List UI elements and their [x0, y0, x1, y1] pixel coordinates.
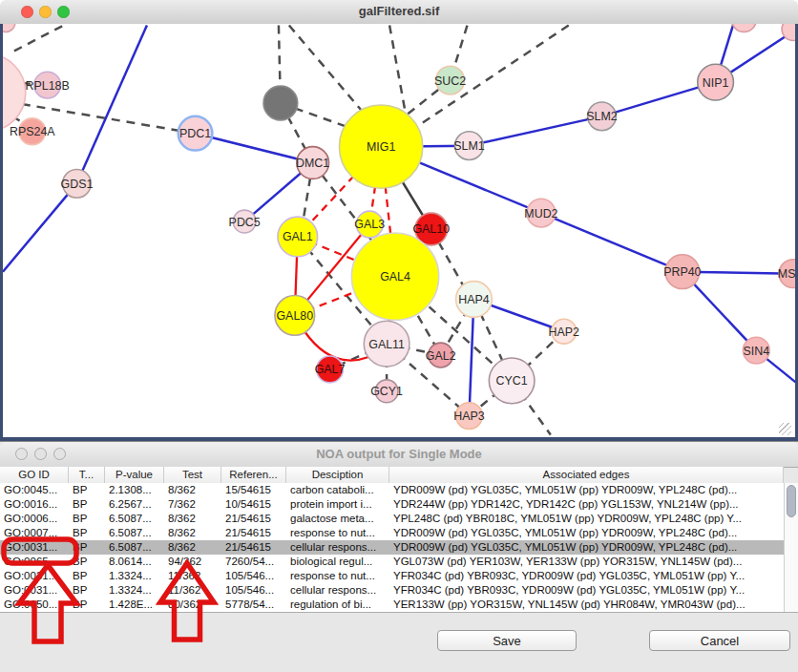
graph-window-titlebar[interactable]: galFiltered.sif: [0, 0, 798, 25]
table-cell[interactable]: 2.1308...: [105, 483, 164, 497]
table-cell[interactable]: BP: [69, 497, 105, 512]
table-cell[interactable]: BP: [69, 540, 105, 555]
table-cell[interactable]: 8/362: [164, 526, 221, 540]
table-cell[interactable]: cellular respons...: [286, 583, 389, 598]
graph-edge-blue[interactable]: [469, 116, 601, 146]
column-header-0[interactable]: GO ID: [0, 467, 69, 483]
graph-edge-blue[interactable]: [76, 26, 146, 184]
table-scrollbar[interactable]: [784, 483, 798, 612]
table-cell[interactable]: 1.3324...: [105, 583, 164, 598]
table-cell[interactable]: regulation of bi...: [286, 598, 389, 612]
table-cell[interactable]: YDR009W (pd) YGL035C, YML051W (pp) YDR00…: [389, 526, 784, 540]
column-header-5[interactable]: Desciption: [286, 467, 389, 483]
table-cell[interactable]: 94/362: [164, 555, 221, 569]
table-cell[interactable]: cellular respons...: [286, 540, 389, 555]
table-cell[interactable]: BP: [69, 583, 105, 598]
table-cell[interactable]: 1.428E...: [105, 598, 164, 612]
table-cell[interactable]: GO:0050...: [0, 598, 69, 612]
table-cell[interactable]: 8/362: [164, 483, 221, 497]
column-header-1[interactable]: T...: [69, 467, 105, 483]
graph-edge-dashed[interactable]: [389, 26, 405, 109]
table-cell[interactable]: YGL073W (pd) YER103W, YER133W (pp) YOR31…: [389, 555, 784, 569]
table-cell[interactable]: GO:0006...: [0, 512, 69, 526]
graph-edge-dashed[interactable]: [289, 26, 365, 115]
node-cut-top-mid[interactable]: [731, 24, 756, 32]
table-cell[interactable]: 80/362: [164, 598, 221, 612]
table-row-7[interactable]: GO:0031...BP1.3324...11/362105/546...cel…: [0, 583, 784, 598]
table-cell[interactable]: 8/362: [164, 540, 221, 555]
table-cell[interactable]: 21/54615: [221, 512, 286, 526]
node-cut-top-left[interactable]: [3, 24, 15, 32]
graph-edge-blue[interactable]: [3, 183, 76, 271]
column-header-3[interactable]: Test: [164, 467, 221, 483]
table-cell[interactable]: GO:0065...: [0, 555, 69, 569]
table-cell[interactable]: 8/362: [164, 512, 221, 526]
table-cell[interactable]: 105/546...: [221, 569, 286, 583]
table-cell[interactable]: YER133W (pp) YOR315W, YNL145W (pd) YHR08…: [389, 598, 784, 612]
column-header-6[interactable]: Associated edges: [389, 467, 784, 483]
graph-window-title: galFiltered.sif: [0, 4, 798, 18]
table-row-2[interactable]: GO:0006...BP6.5087...8/36221/54615galact…: [0, 512, 784, 526]
table-cell[interactable]: YFR034C (pd) YBR093C, YDR009W (pd) YGL03…: [389, 569, 784, 583]
table-cell[interactable]: 7260/54...: [221, 555, 286, 569]
table-cell[interactable]: YPL248C (pd) YBR018C, YML051W (pp) YDR00…: [389, 512, 784, 526]
table-cell[interactable]: 11/362: [164, 583, 221, 598]
table-cell[interactable]: 15/54615: [221, 483, 286, 497]
save-button[interactable]: Save: [437, 630, 577, 651]
table-cell[interactable]: GO:0016...: [0, 497, 69, 512]
table-cell[interactable]: 21/54615: [221, 540, 286, 555]
table-row-4[interactable]: GO:0031...BP6.5087...8/36221/54615cellul…: [0, 540, 784, 555]
network-canvas[interactable]: RPL18BRPS24AGDS1PDC1DMC1MIG1SUC2SLM1SLM2…: [0, 24, 798, 441]
table-cell[interactable]: 21/54615: [221, 526, 286, 540]
node-big-left[interactable]: [3, 53, 26, 131]
table-cell[interactable]: biological regul...: [286, 555, 389, 569]
table-cell[interactable]: GO:0031...: [0, 583, 69, 598]
table-cell[interactable]: protein import i...: [286, 497, 389, 512]
table-row-5[interactable]: GO:0065...BP8.0614...94/3627260/54...bio…: [0, 555, 784, 569]
table-cell[interactable]: 105/546...: [221, 583, 286, 598]
resize-grip-icon[interactable]: [779, 423, 791, 435]
graph-edge-blue[interactable]: [541, 213, 682, 272]
table-cell[interactable]: galactose meta...: [286, 512, 389, 526]
table-cell[interactable]: YDR009W (pd) YGL035C, YML051W (pp) YDR00…: [389, 540, 784, 555]
table-cell[interactable]: YDR009W (pd) YGL035C, YML051W (pp) YDR00…: [389, 483, 784, 497]
table-cell[interactable]: GO:0007...: [0, 526, 69, 540]
noa-window-titlebar[interactable]: NOA output for Single Mode: [0, 442, 798, 468]
cancel-button[interactable]: Cancel: [649, 630, 790, 651]
table-cell[interactable]: 6.5087...: [105, 526, 164, 540]
table-cell[interactable]: BP: [69, 555, 105, 569]
node-gray-node[interactable]: [263, 86, 298, 120]
table-cell[interactable]: GO:0045...: [0, 483, 69, 497]
graph-edge-dashed[interactable]: [14, 26, 64, 52]
table-cell[interactable]: GO:0031...: [0, 569, 69, 583]
network-graph[interactable]: RPL18BRPS24AGDS1PDC1DMC1MIG1SUC2SLM1SLM2…: [3, 24, 795, 437]
table-cell[interactable]: response to nut...: [286, 569, 389, 583]
table-cell[interactable]: YFR034C (pd) YBR093C, YDR009W (pd) YGL03…: [389, 583, 784, 598]
table-cell[interactable]: BP: [69, 598, 105, 612]
table-cell[interactable]: BP: [69, 526, 105, 540]
table-cell[interactable]: 1.3324...: [105, 569, 164, 583]
table-cell[interactable]: 6.5087...: [105, 512, 164, 526]
table-cell[interactable]: 7/362: [164, 497, 221, 512]
table-cell[interactable]: BP: [69, 483, 105, 497]
table-cell[interactable]: 11/362: [164, 569, 221, 583]
table-cell[interactable]: GO:0031...: [0, 540, 69, 555]
table-row-6[interactable]: GO:0031...BP1.3324...11/362105/546...res…: [0, 569, 784, 583]
table-cell[interactable]: 10/54615: [221, 497, 286, 512]
scrollbar-thumb[interactable]: [787, 485, 796, 517]
table-cell[interactable]: 6.2567...: [105, 497, 164, 512]
table-cell[interactable]: BP: [69, 569, 105, 583]
table-cell[interactable]: YDR244W (pp) YDR142C, YDR142C (pp) YGL15…: [389, 497, 784, 512]
table-row-0[interactable]: GO:0045...BP2.1308...8/36215/54615carbon…: [0, 483, 784, 497]
column-header-4[interactable]: Referen...: [221, 467, 286, 483]
table-cell[interactable]: response to nut...: [286, 526, 389, 540]
table-cell[interactable]: 5778/54...: [221, 598, 286, 612]
table-cell[interactable]: carbon cataboli...: [286, 483, 389, 497]
table-cell[interactable]: BP: [69, 512, 105, 526]
table-row-8[interactable]: GO:0050...BP1.428E...80/3625778/54...reg…: [0, 598, 784, 612]
column-header-2[interactable]: P-value: [105, 467, 164, 483]
table-row-1[interactable]: GO:0016...BP6.2567...7/36210/54615protei…: [0, 497, 784, 512]
table-cell[interactable]: 6.5087...: [105, 540, 164, 555]
table-cell[interactable]: 8.0614...: [105, 555, 164, 569]
table-row-3[interactable]: GO:0007...BP6.5087...8/36221/54615respon…: [0, 526, 784, 540]
